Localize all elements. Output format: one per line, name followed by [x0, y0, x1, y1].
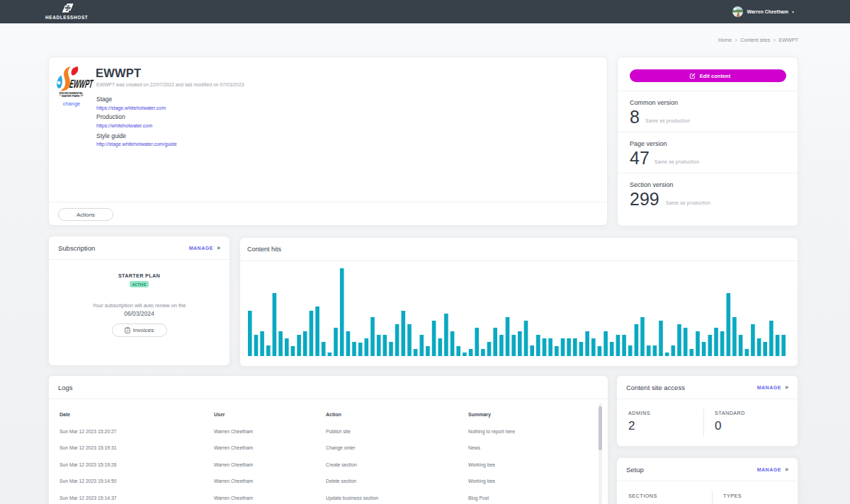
svg-text:" WATER PARK T": " WATER PARK T"	[60, 94, 84, 98]
svg-text:EWWPT: EWWPT	[69, 77, 95, 91]
